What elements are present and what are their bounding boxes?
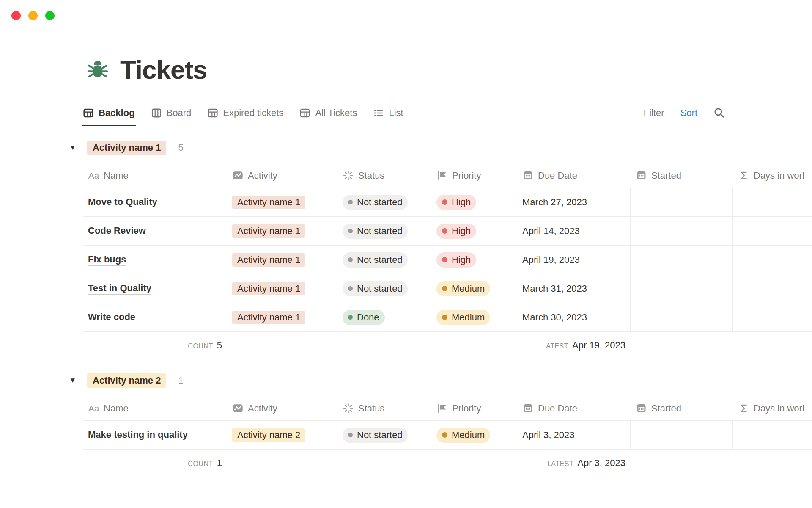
status-cell[interactable]: Not started [337,217,431,245]
table-body: Move to Quality Activity name 1 Not star… [83,188,812,332]
name-cell[interactable]: Fix bugs [83,246,227,274]
tab-list[interactable]: List [373,100,403,126]
tab-backlog[interactable]: Backlog [83,100,135,126]
table-row[interactable]: Write code Activity name 1 Done Medium M… [83,303,812,332]
activity-tag: Activity name 1 [232,282,305,295]
started-cell[interactable] [631,303,733,331]
close-button[interactable] [11,11,21,20]
column-header-name[interactable]: Aa Name [83,396,227,420]
table-header-row: Aa Name Activity Status Priority Due Dat… [83,163,812,188]
due-date-cell[interactable]: March 31, 2023 [517,274,631,303]
table-row[interactable]: Make testing in quality Activity name 2 … [83,421,812,450]
latest-aggregate[interactable]: ATESTApr 19, 2023 [517,332,631,359]
bug-icon[interactable] [85,58,110,82]
due-date-cell[interactable]: April 3, 2023 [517,421,631,449]
column-header-started[interactable]: Started [631,396,733,420]
activity-cell[interactable]: Activity name 1 [227,188,337,216]
group-section: ▼ Activity name 2 1 Aa Name Activity Sta… [83,373,812,477]
table-row[interactable]: Fix bugs Activity name 1 Not started Hig… [83,246,812,274]
priority-cell[interactable]: High [431,246,517,274]
started-cell[interactable] [631,217,733,245]
activity-cell[interactable]: Activity name 1 [227,274,337,303]
due-date-cell[interactable]: March 30, 2023 [517,303,631,331]
collapse-toggle-icon[interactable]: ▼ [69,144,77,152]
priority-pill: High [436,195,476,210]
table-row[interactable]: Code Review Activity name 1 Not started … [83,217,812,246]
group-name-pill[interactable]: Activity name 2 [87,373,166,388]
priority-cell[interactable]: Medium [431,421,517,449]
activity-cell[interactable]: Activity name 1 [227,246,337,274]
column-header-name[interactable]: Aa Name [83,163,227,188]
count-aggregate[interactable]: COUNT1 [83,450,227,477]
status-icon [343,403,354,414]
status-cell[interactable]: Done [337,303,431,331]
page: Tickets Backlog Board Expired tickets Al… [83,0,812,477]
tab-expired-tickets[interactable]: Expired tickets [207,100,283,126]
priority-cell[interactable]: Medium [431,303,517,331]
column-header-due-date[interactable]: Due Date [517,396,631,420]
page-title-row: Tickets [85,0,812,84]
filter-button[interactable]: Filter [644,108,664,119]
name-cell[interactable]: Code Review [83,217,227,245]
zoom-button[interactable] [45,11,55,20]
due-date-cell[interactable]: April 19, 2023 [517,246,631,274]
due-date-cell[interactable]: April 14, 2023 [517,217,631,245]
column-header-activity[interactable]: Activity [227,163,337,188]
groups-container: ▼ Activity name 1 5 Aa Name Activity Sta… [83,141,812,477]
priority-cell[interactable]: High [431,217,517,245]
name-cell[interactable]: Write code [83,303,227,331]
column-header-due-date[interactable]: Due Date [517,163,631,188]
priority-cell[interactable]: Medium [431,274,517,303]
started-cell[interactable] [631,246,733,274]
sort-button[interactable]: Sort [680,108,697,119]
group-header: ▼ Activity name 2 1 [69,373,812,388]
group-section: ▼ Activity name 1 5 Aa Name Activity Sta… [83,141,812,359]
priority-cell[interactable]: High [431,188,517,216]
days-in-work-cell[interactable] [733,421,812,449]
activity-cell[interactable]: Activity name 1 [227,303,337,331]
name-cell[interactable]: Make testing in quality [83,421,227,449]
status-cell[interactable]: Not started [337,188,431,216]
column-header-priority[interactable]: Priority [431,396,517,420]
table-row[interactable]: Move to Quality Activity name 1 Not star… [83,188,812,217]
priority-pill: Medium [436,310,490,325]
started-cell[interactable] [631,188,733,216]
name-cell[interactable]: Move to Quality [83,188,227,216]
started-cell[interactable] [631,274,733,303]
activity-tag: Activity name 1 [232,311,305,324]
column-header-status[interactable]: Status [337,163,431,188]
column-header-priority[interactable]: Priority [431,163,517,188]
priority-pill: Medium [436,428,490,443]
table-row[interactable]: Test in Quality Activity name 1 Not star… [83,274,812,303]
calendar-icon [522,170,534,181]
tab-all-tickets[interactable]: All Tickets [299,100,357,126]
days-in-work-cell[interactable] [733,303,812,331]
column-header-days-in-work[interactable]: Days in work [733,163,812,188]
table-header-row: Aa Name Activity Status Priority Due Dat… [83,396,812,421]
days-in-work-cell[interactable] [733,217,812,245]
search-icon[interactable] [713,107,725,119]
due-date-cell[interactable]: March 27, 2023 [517,188,631,216]
activity-cell[interactable]: Activity name 1 [227,217,337,245]
table-footer-row: COUNT5 ATESTApr 19, 2023 [83,332,812,359]
activity-cell[interactable]: Activity name 2 [227,421,337,449]
tab-board[interactable]: Board [151,100,192,126]
status-cell[interactable]: Not started [337,421,431,449]
collapse-toggle-icon[interactable]: ▼ [69,376,77,385]
minimize-button[interactable] [28,11,38,20]
latest-aggregate[interactable]: LATESTApr 3, 2023 [517,450,631,477]
name-cell[interactable]: Test in Quality [83,274,227,303]
days-in-work-cell[interactable] [733,246,812,274]
days-in-work-cell[interactable] [733,188,812,216]
column-header-status[interactable]: Status [337,396,431,420]
count-aggregate[interactable]: COUNT5 [83,332,227,359]
days-in-work-cell[interactable] [733,274,812,303]
started-cell[interactable] [631,421,733,449]
group-name-pill[interactable]: Activity name 1 [87,141,166,155]
status-cell[interactable]: Not started [337,246,431,274]
column-header-activity[interactable]: Activity [227,396,337,420]
status-cell[interactable]: Not started [337,274,431,303]
column-header-started[interactable]: Started [631,163,733,188]
view-tab-bar: Backlog Board Expired tickets All Ticket… [83,100,812,126]
column-header-days-in-work[interactable]: Days in work [733,396,812,420]
